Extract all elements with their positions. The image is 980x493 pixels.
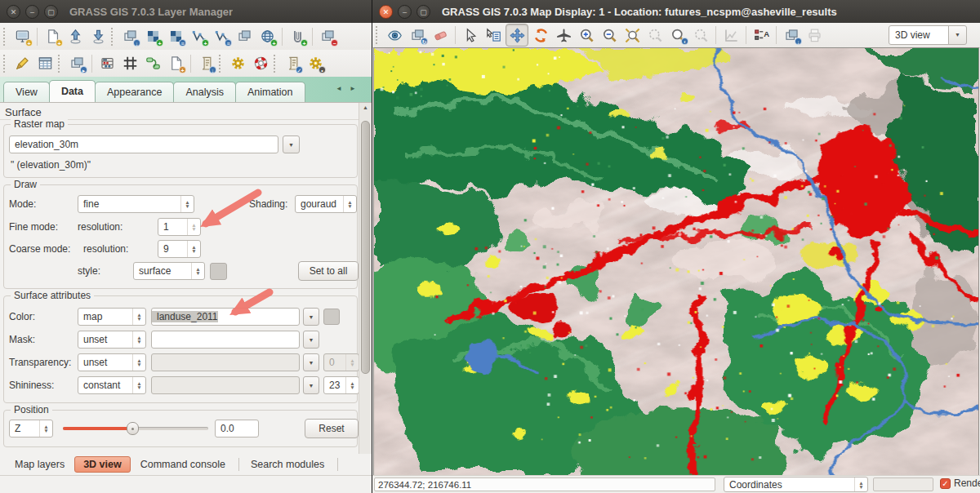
color-mode-combobox[interactable]: map▲▼ bbox=[78, 308, 146, 326]
minimize-window-button[interactable]: – bbox=[398, 5, 412, 19]
draw-mode-combobox[interactable]: fine ▲▼ bbox=[78, 195, 194, 213]
render-checkbox[interactable]: ✓ bbox=[940, 478, 951, 489]
maximize-window-button[interactable]: ▢ bbox=[44, 5, 58, 19]
toolbar-grip bbox=[376, 26, 380, 44]
panel-scrollbar[interactable]: ▲ bbox=[359, 103, 372, 454]
transparency-map-dropdown-button[interactable]: ▼ bbox=[303, 353, 319, 371]
close-window-button[interactable]: ✕ bbox=[379, 5, 393, 19]
add-various-vector-layers-button[interactable]: ≡ bbox=[211, 26, 232, 47]
tab-animation[interactable]: Animation bbox=[235, 82, 305, 102]
add-raster-layer-button[interactable]: + bbox=[142, 26, 163, 47]
addons-extensions-button[interactable]: • bbox=[305, 53, 326, 74]
raster-map-calculator-button[interactable] bbox=[96, 53, 118, 74]
graphical-modeler-button[interactable] bbox=[119, 53, 140, 74]
add-various-raster-layers-button[interactable]: ≡ bbox=[165, 26, 186, 47]
scrollbar-thumb[interactable] bbox=[361, 121, 370, 374]
view-mode-select[interactable]: 3D view ▼ bbox=[889, 25, 967, 45]
raster-map-combobox[interactable]: elevation_30m bbox=[9, 135, 278, 153]
minimize-window-button[interactable]: – bbox=[25, 5, 39, 19]
run-user-script-button[interactable]: ↓ bbox=[195, 53, 216, 74]
view-mode-dropdown-icon[interactable]: ▼ bbox=[948, 25, 967, 45]
position-slider[interactable] bbox=[63, 420, 208, 437]
create-new-workspace-button[interactable]: + bbox=[42, 26, 63, 47]
color-map-input[interactable]: landuse_2011 bbox=[151, 308, 300, 326]
color-constant-button[interactable] bbox=[323, 309, 340, 325]
tab-scroll-right-button[interactable]: ► bbox=[347, 83, 359, 95]
add-command-layer-button[interactable]: ▸ bbox=[66, 53, 87, 74]
rotate-mode-button[interactable] bbox=[530, 24, 551, 46]
attribute-table-icon bbox=[38, 56, 53, 71]
gui-settings-button[interactable] bbox=[227, 53, 248, 74]
zoom-in-button[interactable] bbox=[576, 24, 597, 46]
cartographic-composer-button[interactable]: + bbox=[165, 53, 186, 74]
reset-button[interactable]: Reset bbox=[305, 419, 359, 438]
layer-manager-titlebar[interactable]: ✕ – ▢ GRASS GIS 7.0.3 Layer Manager bbox=[0, 0, 372, 24]
map-display-titlebar[interactable]: ✕ – ▢ GRASS GIS 7.0.3 Map Display: 1 - L… bbox=[372, 0, 980, 24]
coarse-resolution-spinner[interactable]: 9 ▲▼ bbox=[158, 240, 201, 258]
zoom-out-button[interactable] bbox=[599, 24, 620, 46]
add-multiple-layers-button[interactable]: ↓ bbox=[119, 26, 140, 47]
add-map-elements-button[interactable] bbox=[751, 24, 772, 46]
pan-mode-button[interactable] bbox=[506, 24, 528, 47]
vector-digitizer-button[interactable] bbox=[11, 53, 33, 74]
add-group-button[interactable] bbox=[234, 26, 255, 47]
tab-search-modules[interactable]: Search modules bbox=[243, 457, 332, 472]
zoom-to-extent-button[interactable] bbox=[621, 24, 643, 46]
toolbar-separator bbox=[776, 26, 777, 44]
fine-resolution-spinner[interactable]: 1 ▲▼ bbox=[158, 218, 201, 236]
tab-analysis[interactable]: Analysis bbox=[173, 82, 236, 102]
tab-appearance[interactable]: Appearance bbox=[95, 82, 174, 102]
query-raster-vector-button[interactable] bbox=[483, 24, 504, 46]
position-slider-handle[interactable] bbox=[127, 422, 139, 435]
shading-combobox[interactable]: gouraud ▲▼ bbox=[295, 195, 357, 213]
fine-resolution-label: resolution: bbox=[78, 218, 122, 236]
save-script-button[interactable]: ✓ bbox=[282, 53, 303, 74]
position-axis-combobox[interactable]: Z▲▼ bbox=[9, 420, 53, 437]
position-value-input[interactable]: 0.0 bbox=[215, 420, 259, 437]
add-multiple-layers-badge: ↓ bbox=[133, 39, 140, 47]
add-overlay-button[interactable]: + bbox=[287, 26, 308, 47]
new-map-display-button[interactable]: + bbox=[11, 26, 33, 47]
tab-scroll-left-button[interactable]: ◄ bbox=[333, 83, 345, 95]
open-workspace-button[interactable] bbox=[65, 26, 86, 47]
raster-map-dropdown-button[interactable]: ▼ bbox=[283, 135, 300, 153]
shininess-value-spinner[interactable]: 23▲▼ bbox=[323, 376, 359, 394]
save-display-to-file-button[interactable]: ↓ bbox=[781, 24, 802, 46]
georectifier-button[interactable] bbox=[142, 53, 163, 74]
pointer-button[interactable] bbox=[460, 24, 481, 46]
attribute-table-button[interactable] bbox=[34, 53, 56, 74]
mask-mode-combobox[interactable]: unset▲▼ bbox=[78, 331, 146, 349]
tab-3d-view[interactable]: 3D view bbox=[74, 456, 131, 473]
style-combobox[interactable]: surface ▲▼ bbox=[133, 262, 205, 280]
tab-data[interactable]: Data bbox=[49, 80, 96, 102]
tab-map-layers[interactable]: Map layers bbox=[7, 457, 73, 472]
scrollbar-up-icon[interactable]: ▲ bbox=[359, 104, 372, 110]
fly-through-button[interactable] bbox=[553, 24, 574, 46]
set-to-all-button[interactable]: Set to all bbox=[298, 261, 359, 281]
return-to-previous-zoom-button[interactable]: ‹ bbox=[667, 24, 688, 46]
shininess-mode-combobox[interactable]: constant▲▼ bbox=[78, 376, 146, 394]
render-display-button[interactable] bbox=[384, 24, 405, 46]
erase-display-button[interactable] bbox=[430, 24, 451, 46]
transparency-label: Transparency: bbox=[9, 353, 71, 371]
save-workspace-button[interactable] bbox=[87, 26, 109, 47]
tab-command-console[interactable]: Command console bbox=[132, 457, 234, 472]
map-3d-canvas[interactable] bbox=[373, 47, 979, 476]
wire-color-button[interactable] bbox=[210, 263, 227, 280]
render-display-icon bbox=[387, 28, 403, 43]
close-window-button[interactable]: ✕ bbox=[7, 5, 20, 19]
redraw-layers-button[interactable]: ↻ bbox=[407, 24, 428, 46]
statusbar-mode-combobox[interactable]: Coordinates ▲▼ bbox=[724, 477, 868, 492]
transparency-mode-combobox[interactable]: unset▲▼ bbox=[78, 353, 146, 371]
mask-map-dropdown-button[interactable]: ▼ bbox=[303, 331, 319, 349]
add-vector-layer-button[interactable]: + bbox=[188, 26, 209, 47]
help-button[interactable] bbox=[250, 53, 271, 74]
remove-layer-button[interactable]: − bbox=[317, 26, 338, 47]
add-web-service-layer-button[interactable]: + bbox=[256, 26, 278, 47]
shininess-map-dropdown-button[interactable]: ▼ bbox=[303, 376, 319, 394]
tab-view[interactable]: View bbox=[3, 82, 50, 102]
position-group-label: Position bbox=[11, 404, 52, 415]
mask-map-input[interactable] bbox=[151, 331, 300, 349]
maximize-window-button[interactable]: ▢ bbox=[416, 5, 430, 19]
color-map-dropdown-button[interactable]: ▼ bbox=[303, 308, 319, 326]
